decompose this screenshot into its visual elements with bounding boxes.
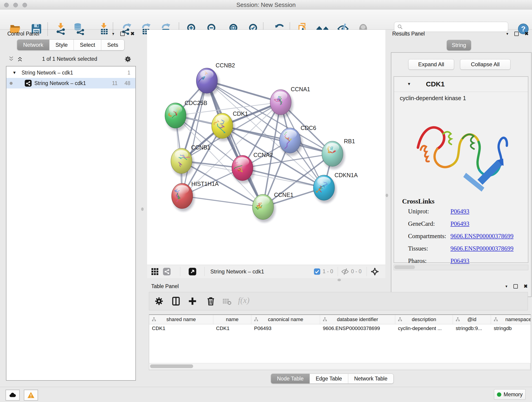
network-selection-status: 1 of 1 Network selected [2, 54, 138, 64]
network-edge-count: 48 [124, 78, 130, 89]
collapse-panel-icon[interactable]: ▾ [112, 32, 114, 36]
table-mode-gear-icon[interactable] [154, 296, 164, 306]
close-panel-icon[interactable]: ✖ [131, 31, 135, 36]
column-type-icon [455, 317, 460, 322]
column-type-icon [254, 317, 259, 322]
column-header-canonical-name[interactable]: canonical name [251, 315, 320, 324]
search-icon [397, 24, 403, 30]
svg-text:CCNB2: CCNB2 [215, 62, 235, 69]
birdseye-view-icon[interactable] [151, 268, 159, 276]
main-toolbar: ? [0, 10, 532, 30]
table-toolbar: f(x) [149, 292, 528, 310]
network-canvas[interactable]: CCNB2CCNA1CDC25BCDK1CDC6RB1CCNB1CCNA2CDK… [147, 30, 385, 265]
table-header-row: shared name name canonical name database… [149, 315, 531, 324]
network-node-CCNA1: CCNA1 [270, 86, 310, 118]
crosslink-tissues-link[interactable]: 9606.ENSP00000378699 [450, 245, 513, 252]
network-node-CCNB2: CCNB2 [196, 62, 235, 96]
svg-text:HIST1H1A: HIST1H1A [191, 181, 219, 187]
collapse-panel-icon[interactable]: ▾ [505, 284, 507, 289]
string-results-container: Expand All Collapse All ▼ CDK1 cyclin-de… [391, 52, 532, 297]
pan-crosshair-icon[interactable] [371, 268, 379, 276]
scrollbar-thumb[interactable] [150, 364, 193, 368]
svg-text:CCNE1: CCNE1 [274, 191, 293, 198]
tab-edge-table[interactable]: Edge Table [310, 374, 348, 384]
collapse-all-button[interactable]: Collapse All [460, 59, 510, 70]
column-type-icon [152, 317, 157, 322]
float-panel-icon[interactable] [513, 284, 518, 288]
column-header-shared-name[interactable]: shared name [149, 315, 213, 324]
crosslinks-title: CrossLinks [402, 198, 528, 205]
column-header-id[interactable]: @id [453, 315, 491, 324]
network-node-CCNB1: CCNB1 [171, 144, 210, 176]
tab-network[interactable]: Network [17, 39, 50, 51]
toolbar-separator [180, 267, 180, 276]
node-card-header[interactable]: ▼ CDK1 [394, 77, 528, 92]
left-splitter-handle[interactable] [141, 207, 144, 211]
show-columns-icon[interactable] [171, 296, 181, 306]
function-builder-icon: f(x) [238, 295, 249, 305]
network-node-CCNA2: CCNA2 [232, 152, 273, 183]
svg-text:CCNB1: CCNB1 [191, 144, 210, 151]
network-node-count: 11 [112, 78, 118, 89]
crosslinks-section: CrossLinks Uniprot: P06493 GeneCard: P06… [394, 198, 528, 267]
memory-button[interactable]: Memory [494, 389, 526, 400]
crosslink-label: Tissues: [408, 242, 428, 255]
string-panel-toggle-icon[interactable] [163, 268, 171, 276]
svg-text:CDC6: CDC6 [301, 125, 316, 131]
warning-status-button[interactable] [24, 390, 38, 401]
control-panel-title: Control Panel [7, 31, 39, 37]
column-header-name[interactable]: name [213, 315, 251, 324]
tab-select[interactable]: Select [74, 39, 101, 51]
crosslink-compartments-link[interactable]: 9606.ENSP00000378699 [450, 233, 513, 240]
tab-node-table[interactable]: Node Table [271, 374, 310, 384]
tab-string[interactable]: String [447, 40, 471, 51]
collection-count: 1 [127, 67, 130, 78]
column-header-namespace[interactable]: namespace [491, 315, 531, 324]
crosslink-label: GeneCard: [408, 217, 435, 230]
cloud-status-button[interactable] [6, 390, 20, 401]
warning-icon [27, 391, 35, 399]
table-row[interactable]: CDK1 CDK1 P06493 9606.ENSP00000378699 cy… [149, 324, 531, 332]
network-collection-row[interactable]: ▼ String Network – cdk1 1 [6, 67, 135, 78]
tab-network-table[interactable]: Network Table [348, 374, 394, 384]
float-panel-icon[interactable] [514, 32, 519, 36]
network-label: String Network – cdk1 [34, 78, 86, 89]
collapse-node-card-icon[interactable]: ▼ [407, 77, 411, 92]
network-row-selected[interactable]: String Network – cdk1 11 48 [6, 78, 135, 89]
hidden-nodes-edges-count: 0 - 0 [351, 265, 361, 278]
expand-all-button[interactable]: Expand All [408, 59, 454, 70]
delete-column-trash-icon[interactable] [206, 296, 215, 306]
table-horizontal-scrollbar[interactable] [149, 363, 530, 370]
selected-indicator-checkbox[interactable] [314, 268, 321, 275]
current-network-dot [10, 82, 13, 85]
svg-text:CCNA1: CCNA1 [291, 86, 310, 92]
crosslink-pharos-link[interactable]: P06493 [450, 257, 469, 264]
open-in-new-window-icon[interactable] [188, 268, 196, 276]
tab-style[interactable]: Style [50, 39, 74, 51]
column-type-icon [322, 317, 327, 322]
memory-label: Memory [504, 391, 523, 398]
network-node-RB1: RB1 [322, 138, 355, 169]
network-view-toolbar: String Network – cdk1 1 - 0 0 - 0 [147, 265, 385, 278]
node-table: shared name name canonical name database… [149, 314, 531, 370]
crosslink-genecard-link[interactable]: P06493 [450, 220, 469, 227]
column-header-description[interactable]: description [395, 315, 453, 324]
svg-text:CDK1: CDK1 [233, 110, 248, 117]
results-horizontal-scrollbar[interactable] [394, 265, 528, 270]
toolbar-separator [367, 267, 367, 276]
tab-sets[interactable]: Sets [101, 39, 124, 51]
crosslink-uniprot-link[interactable]: P06493 [450, 208, 469, 215]
float-panel-icon[interactable] [120, 32, 125, 36]
network-options-gear-icon[interactable] [124, 56, 132, 63]
collection-expand-icon[interactable]: ▼ [12, 67, 17, 78]
close-panel-icon[interactable]: ✖ [525, 31, 529, 36]
bottom-splitter-handle[interactable] [337, 279, 341, 281]
collapse-panel-icon[interactable]: ▾ [506, 32, 508, 36]
control-panel: Control Panel ▾ ✖ Network Style Select S… [2, 30, 138, 385]
create-column-icon[interactable] [188, 296, 197, 306]
column-header-database-identifier[interactable]: database identifier [320, 315, 395, 324]
protein-structure-image [406, 104, 516, 196]
close-panel-icon[interactable]: ✖ [524, 283, 528, 289]
toolbar-separator [204, 267, 205, 276]
search-input[interactable] [405, 24, 508, 30]
